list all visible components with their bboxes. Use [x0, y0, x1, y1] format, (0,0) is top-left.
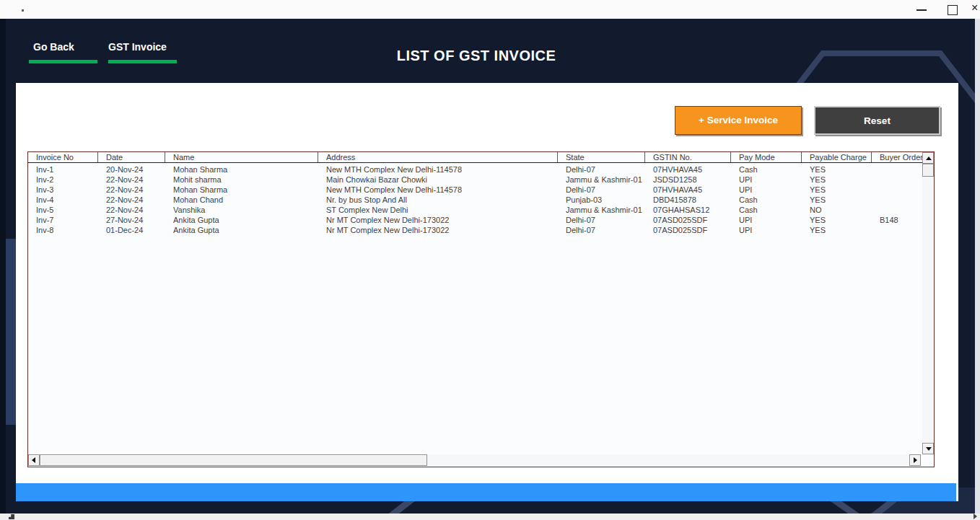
table-cell: 07HVHAVA45 [645, 164, 731, 175]
table-cell: 27-Nov-24 [98, 215, 165, 225]
left-edge-strip [0, 19, 6, 514]
table-cell: B148 [872, 215, 922, 225]
table-cell: 07ASD025SDF [645, 215, 731, 225]
table-cell: 07ASD025SDF [645, 225, 731, 235]
table-cell: Cash [731, 205, 802, 215]
table-cell: Inv-3 [28, 185, 98, 195]
table-cell: Nr MT Complex New Delhi-173022 [318, 215, 558, 225]
scroll-right-icon[interactable] [974, 514, 977, 519]
scroll-left-button[interactable] [28, 454, 40, 466]
table-cell: Jammu & Kashmir-01 [558, 175, 645, 185]
scroll-right-button[interactable] [909, 454, 921, 466]
table-cell: 22-Nov-24 [98, 175, 165, 185]
table-row[interactable]: Inv-222-Nov-24Mohit sharmaMain Chowkai B… [28, 175, 922, 185]
app-background: Go Back GST Invoice LIST OF GST INVOICE … [0, 19, 980, 514]
reset-button[interactable]: Reset [814, 106, 940, 135]
column-header: State [558, 152, 645, 162]
table-cell [872, 195, 922, 205]
table-cell: 07GHAHSAS12 [645, 205, 731, 215]
scroll-up-button[interactable] [922, 152, 934, 164]
table-cell: 01-Dec-24 [98, 225, 165, 235]
table-header-row: Invoice NoDateNameAddressStateGSTIN No.P… [28, 152, 922, 163]
table-row[interactable]: Inv-801-Dec-24Ankita GuptaNr MT Complex … [28, 225, 922, 235]
table-cell: Inv-2 [28, 175, 98, 185]
arrow-left-icon [32, 457, 35, 463]
table-cell: Inv-4 [28, 195, 98, 205]
table-cell: Mohan Sharma [165, 185, 318, 195]
table-cell: 22-Nov-24 [98, 195, 165, 205]
vertical-scroll-thumb[interactable] [922, 164, 934, 177]
table-cell: NO [802, 205, 872, 215]
service-invoice-button[interactable]: + Service Invoice [675, 106, 802, 135]
table-cell: New MTH Complex New Delhi-114578 [318, 164, 558, 175]
table-cell: Mohan Sharma [165, 164, 318, 175]
table-cell: YES [802, 225, 872, 235]
right-window-strip [975, 19, 980, 514]
table-cell: Inv-7 [28, 215, 98, 225]
column-header: Address [318, 152, 558, 162]
table-cell [872, 225, 922, 235]
table-cell: Punjab-03 [558, 195, 645, 205]
table-cell: YES [802, 164, 872, 175]
column-header: Buyer Order [872, 152, 922, 162]
table-rows: Inv-120-Nov-24Mohan SharmaNew MTH Comple… [28, 164, 922, 235]
table-cell: 07HVHAVA45 [645, 185, 731, 195]
table-row[interactable]: Inv-322-Nov-24Mohan SharmaNew MTH Comple… [28, 185, 922, 195]
scroll-down-button[interactable] [922, 443, 934, 454]
table-cell: Jammu & Kashmir-01 [558, 205, 645, 215]
arrow-up-icon [926, 157, 932, 160]
table-cell: YES [802, 195, 872, 205]
table-cell [872, 175, 922, 185]
table-cell: Ankita Gupta [165, 225, 318, 235]
column-header: Payable Charge [802, 152, 872, 162]
maximize-button[interactable] [941, 0, 963, 19]
table-cell: Nr. by bus Stop And All [318, 195, 558, 205]
left-accent-band [6, 239, 16, 425]
table-cell: ST Complex New Delhi [318, 205, 558, 215]
table-cell: Vanshika [165, 205, 318, 215]
column-header: GSTIN No. [645, 152, 731, 162]
table-cell: Mohan Chand [165, 195, 318, 205]
table-row[interactable]: Inv-120-Nov-24Mohan SharmaNew MTH Comple… [28, 164, 922, 175]
footer-blue-bar [16, 483, 956, 501]
table-cell [872, 185, 922, 195]
table-cell: UPI [731, 215, 802, 225]
close-button[interactable]: × [968, 0, 980, 19]
table-cell: Delhi-07 [558, 164, 645, 175]
table-cell: YES [802, 215, 872, 225]
table-cell: JSDSD1258 [645, 175, 731, 185]
table-cell: Delhi-07 [558, 185, 645, 195]
minimize-button[interactable] [911, 0, 932, 19]
table-cell [872, 164, 922, 175]
table-row[interactable]: Inv-422-Nov-24Mohan ChandNr. by bus Stop… [28, 195, 922, 205]
table-cell: UPI [731, 175, 802, 185]
table-cell: Ankita Gupta [165, 215, 318, 225]
column-header: Pay Mode [731, 152, 802, 162]
vertical-scrollbar[interactable] [922, 152, 934, 454]
table-cell: Nr MT Complex New Delhi-173022 [318, 225, 558, 235]
table-cell: Cash [731, 164, 802, 175]
table-cell [872, 205, 922, 215]
column-header: Date [98, 152, 165, 162]
horizontal-scrollbar[interactable] [28, 454, 921, 467]
table-cell: Main Chowkai Bazar Chowki [318, 175, 558, 185]
window-title-dot [22, 9, 24, 12]
column-header: Name [165, 152, 318, 162]
table-row[interactable]: Inv-727-Nov-24Ankita GuptaNr MT Complex … [28, 215, 922, 225]
table-cell: Delhi-07 [558, 225, 645, 235]
arrow-right-icon [914, 457, 917, 463]
table-row[interactable]: Inv-522-Nov-24VanshikaST Complex New Del… [28, 205, 922, 215]
table-cell: 22-Nov-24 [98, 205, 165, 215]
bottom-window-strip [0, 514, 980, 520]
table-cell: 20-Nov-24 [98, 164, 165, 175]
horizontal-scroll-thumb[interactable] [40, 454, 427, 466]
table-cell: Inv-8 [28, 225, 98, 235]
invoice-table: Invoice NoDateNameAddressStateGSTIN No.P… [27, 151, 935, 467]
close-icon: × [971, 1, 978, 14]
table-cell: UPI [731, 225, 802, 235]
table-cell: New MTH Complex New Delhi-114578 [318, 185, 558, 195]
table-cell: DBD415878 [645, 195, 731, 205]
arrow-down-icon [926, 447, 932, 451]
table-cell: Delhi-07 [558, 215, 645, 225]
table-cell: YES [802, 175, 872, 185]
